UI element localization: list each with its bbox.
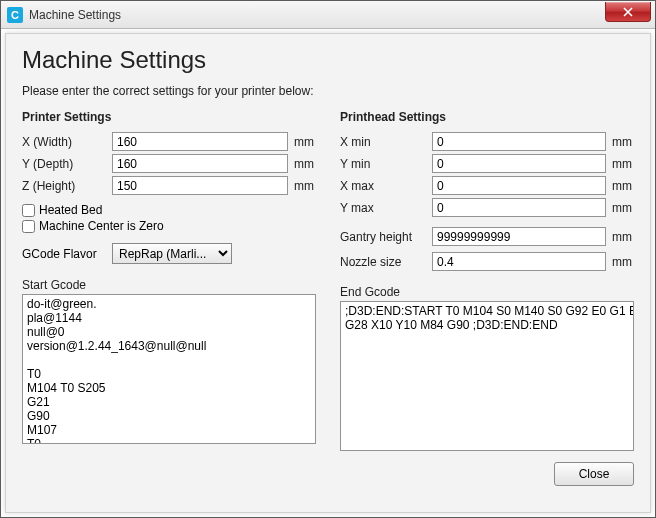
- heated-bed-label: Heated Bed: [39, 203, 102, 217]
- app-icon: C: [7, 7, 23, 23]
- unit-mm: mm: [606, 201, 634, 215]
- end-gcode-textarea[interactable]: [340, 301, 634, 451]
- x-width-input[interactable]: [112, 132, 288, 151]
- center-zero-label: Machine Center is Zero: [39, 219, 164, 233]
- center-zero-checkbox[interactable]: [22, 220, 35, 233]
- ymax-label: Y max: [340, 201, 432, 215]
- close-icon: [623, 7, 633, 17]
- gantry-height-label: Gantry height: [340, 230, 432, 244]
- unit-mm: mm: [606, 135, 634, 149]
- end-gcode-label: End Gcode: [340, 285, 634, 299]
- printhead-settings-column: Printhead Settings X min mm Y min mm X m…: [340, 110, 634, 454]
- xmin-input[interactable]: [432, 132, 606, 151]
- instruction-text: Please enter the correct settings for yo…: [22, 84, 634, 98]
- z-height-label: Z (Height): [22, 179, 112, 193]
- xmin-label: X min: [340, 135, 432, 149]
- machine-settings-dialog: C Machine Settings Machine Settings Plea…: [0, 0, 656, 518]
- close-button[interactable]: Close: [554, 462, 634, 486]
- titlebar: C Machine Settings: [1, 1, 655, 29]
- y-depth-input[interactable]: [112, 154, 288, 173]
- gcode-flavor-label: GCode Flavor: [22, 247, 112, 261]
- printer-settings-header: Printer Settings: [22, 110, 316, 124]
- printhead-settings-header: Printhead Settings: [340, 110, 634, 124]
- y-depth-label: Y (Depth): [22, 157, 112, 171]
- heated-bed-checkbox[interactable]: [22, 204, 35, 217]
- x-width-label: X (Width): [22, 135, 112, 149]
- window-title: Machine Settings: [29, 8, 121, 22]
- gantry-height-input[interactable]: [432, 227, 606, 246]
- ymin-label: Y min: [340, 157, 432, 171]
- footer: Close: [22, 454, 634, 486]
- unit-mm: mm: [606, 157, 634, 171]
- nozzle-size-input[interactable]: [432, 252, 606, 271]
- window-close-button[interactable]: [605, 2, 651, 22]
- content-area: Machine Settings Please enter the correc…: [5, 33, 651, 513]
- start-gcode-textarea[interactable]: [22, 294, 316, 444]
- ymax-input[interactable]: [432, 198, 606, 217]
- xmax-label: X max: [340, 179, 432, 193]
- unit-mm: mm: [288, 179, 316, 193]
- z-height-input[interactable]: [112, 176, 288, 195]
- gcode-flavor-select[interactable]: RepRap (Marli...: [112, 243, 232, 264]
- page-heading: Machine Settings: [22, 46, 634, 74]
- printer-settings-column: Printer Settings X (Width) mm Y (Depth) …: [22, 110, 316, 454]
- nozzle-size-label: Nozzle size: [340, 255, 432, 269]
- xmax-input[interactable]: [432, 176, 606, 195]
- unit-mm: mm: [606, 230, 634, 244]
- unit-mm: mm: [606, 179, 634, 193]
- unit-mm: mm: [288, 157, 316, 171]
- ymin-input[interactable]: [432, 154, 606, 173]
- unit-mm: mm: [288, 135, 316, 149]
- start-gcode-label: Start Gcode: [22, 278, 316, 292]
- unit-mm: mm: [606, 255, 634, 269]
